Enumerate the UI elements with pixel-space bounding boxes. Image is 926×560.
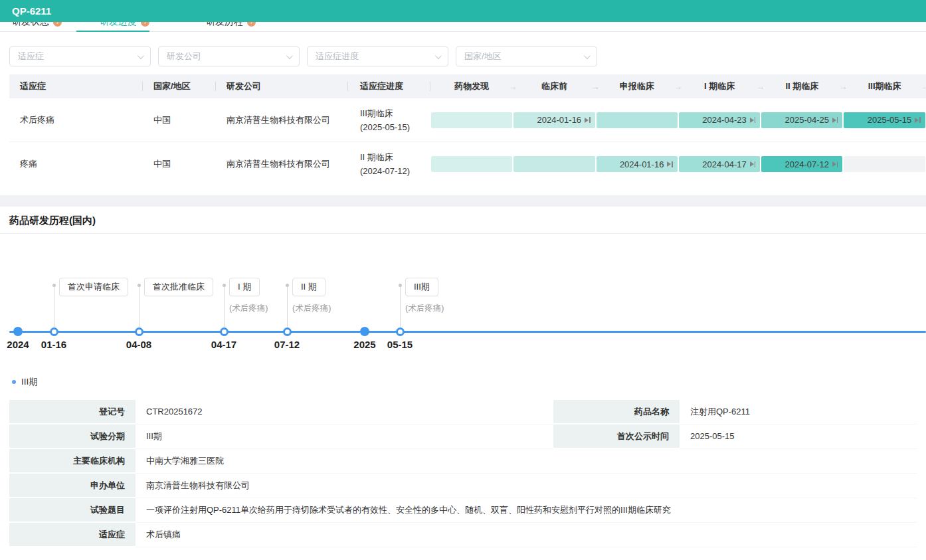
- cell-status: III期临床(2025-05-15): [348, 106, 430, 134]
- rd-timeline: 2024首次申请临床01-16首次批准临床04-08I 期(术后疼痛)04-17…: [0, 234, 926, 361]
- filter-select-2[interactable]: 研发公司: [158, 47, 300, 66]
- tab-1[interactable]: 研发状态?: [12, 22, 62, 31]
- progress-table-body: 术后疼痛中国南京清普生物科技有限公司III期临床(2025-05-15)2024…: [9, 98, 926, 186]
- step-forward-icon[interactable]: [750, 117, 756, 123]
- stage-bar-reached: [431, 112, 512, 128]
- stage-bar-cell: 2025-04-25: [761, 112, 843, 128]
- detail-value: 一项评价注射用QP-6211单次给药用于痔切除术受试者的有效性、安全性的多中心、…: [136, 498, 917, 523]
- help-icon[interactable]: ?: [247, 22, 256, 27]
- filter-select-4[interactable]: 国家/地区: [456, 47, 597, 66]
- timeline-stem: [54, 285, 54, 331]
- stage-date: 2024-01-16: [620, 159, 664, 169]
- timeline-date-label: 04-17: [211, 339, 236, 350]
- tab-strip: 研发状态? 研发进度? 研发历程?: [0, 22, 926, 32]
- cell-indication: 疼痛: [9, 158, 143, 170]
- step-forward-icon[interactable]: [832, 161, 838, 167]
- detail-label: 药品名称: [553, 400, 680, 424]
- chevron-down-icon: [435, 52, 442, 59]
- filter-placeholder: 适应症: [18, 50, 44, 62]
- detail-value: 术后镇痛: [136, 523, 917, 547]
- milestone-indication: (术后疼痛): [292, 303, 331, 314]
- phase-section-label: III期: [21, 376, 38, 388]
- timeline-milestone-dot: [50, 327, 58, 336]
- timeline-stem: [287, 285, 288, 331]
- tab-3-label: 研发历程: [206, 22, 243, 28]
- stage-header-row: 药物发现→临床前→申报临床→I 期临床→II 期临床→III期临床→: [430, 80, 926, 92]
- stage-bars: 2024-01-162024-04-172024-07-12: [430, 156, 926, 172]
- stage-date: 2025-04-25: [785, 115, 829, 125]
- milestone-indication: (术后疼痛): [405, 303, 444, 314]
- timeline-year-dot: [360, 327, 369, 336]
- phase-section-header: III期: [12, 375, 926, 389]
- step-forward-icon[interactable]: [667, 161, 673, 167]
- stage-arrow-icon: →: [921, 82, 926, 92]
- cell-indication: 术后疼痛: [9, 114, 143, 126]
- chevron-down-icon: [584, 52, 591, 59]
- step-forward-icon[interactable]: [832, 117, 838, 123]
- milestone-label: II 期: [292, 278, 325, 296]
- step-forward-icon[interactable]: [915, 117, 921, 123]
- stage-header-label: I 期临床: [704, 80, 735, 92]
- stage-date: 2024-04-17: [702, 159, 747, 169]
- detail-value: 中南大学湘雅三医院: [136, 449, 917, 474]
- detail-label: 试验题目: [9, 498, 136, 523]
- timeline-stem: [400, 285, 401, 331]
- tab-1-label: 研发状态: [12, 22, 49, 28]
- timeline-date-label: 01-16: [41, 339, 66, 350]
- detail-value: CTR20251672: [136, 400, 553, 424]
- tab-2-label: 研发进度: [100, 22, 137, 28]
- detail-row: 登记号CTR20251672药品名称注射用QP-6211: [9, 400, 917, 424]
- tab-2-active[interactable]: 研发进度?: [100, 22, 149, 31]
- col-header-status: 适应症进度: [348, 74, 430, 98]
- timeline-stem-dot: [138, 284, 141, 287]
- filter-placeholder: 研发公司: [167, 50, 201, 62]
- timeline-milestone-dot: [283, 327, 292, 336]
- stage-header-label: III期临床: [868, 80, 901, 92]
- detail-label: 试验分期: [9, 424, 136, 449]
- rd-history-card: 药品研发历程(国内) 2024首次申请临床01-16首次批准临床04-08I 期…: [0, 207, 926, 547]
- stage-bar-reached[interactable]: 2024-01-16: [513, 112, 595, 128]
- detail-row: 主要临床机构中南大学湘雅三医院: [9, 449, 917, 474]
- stage-bar-reached[interactable]: 2025-04-25: [761, 112, 842, 128]
- col-header-region: 国家/地区: [143, 74, 216, 98]
- timeline-date-label: 05-15: [387, 339, 413, 350]
- help-icon[interactable]: ?: [141, 22, 149, 27]
- detail-value: 南京清普生物科技有限公司: [136, 474, 917, 498]
- timeline-milestone-dot: [396, 327, 405, 336]
- help-icon[interactable]: ?: [53, 22, 62, 27]
- filter-placeholder: 国家/地区: [464, 50, 502, 62]
- stage-bar-reached[interactable]: 2024-04-17: [679, 156, 760, 172]
- detail-value: 2025-05-15: [680, 424, 917, 449]
- stage-bar-reached: [597, 112, 678, 128]
- stage-bar-cell: 2024-07-12: [761, 156, 843, 172]
- status-date: (2025-05-15): [360, 120, 430, 134]
- timeline-date-label: 04-08: [126, 339, 151, 350]
- cell-company: 南京清普生物科技有限公司: [216, 158, 348, 170]
- timeline-milestone-dot: [135, 327, 143, 336]
- stage-bar-cell: 2024-04-17: [678, 156, 761, 172]
- stage-bar-cell: [513, 156, 595, 172]
- timeline-stem-dot: [52, 284, 56, 287]
- stage-bar-reached[interactable]: 2024-01-16: [597, 156, 678, 172]
- timeline-year-label: 2024: [7, 339, 29, 350]
- stage-bar-reached[interactable]: 2024-07-12: [761, 156, 842, 172]
- stage-date: 2024-04-23: [702, 115, 747, 125]
- filter-select-3[interactable]: 适应症进度: [307, 47, 448, 66]
- chevron-down-icon: [286, 52, 293, 59]
- stage-bar-reached[interactable]: 2024-04-23: [679, 112, 760, 128]
- progress-table: 适应症 国家/地区 研发公司 适应症进度 药物发现→临床前→申报临床→I 期临床…: [9, 74, 926, 186]
- section-title: 药品研发历程(国内): [0, 207, 926, 234]
- stage-bar-reached[interactable]: 2025-05-15: [844, 112, 925, 128]
- stage-bars: 2024-01-162024-04-232025-04-252025-05-15: [430, 112, 926, 128]
- col-header-indication: 适应症: [9, 74, 143, 98]
- step-forward-icon[interactable]: [750, 161, 756, 167]
- filter-placeholder: 适应症进度: [316, 50, 359, 62]
- stage-header-label: II 期临床: [785, 80, 818, 92]
- stage-header-label: 申报临床: [620, 80, 654, 92]
- cell-region: 中国: [143, 158, 216, 170]
- stage-bar-cell: [430, 156, 513, 172]
- step-forward-icon[interactable]: [585, 117, 591, 123]
- filter-select-1[interactable]: 适应症: [9, 47, 151, 66]
- stage-header-label: 临床前: [541, 80, 567, 92]
- tab-3[interactable]: 研发历程?: [206, 22, 256, 31]
